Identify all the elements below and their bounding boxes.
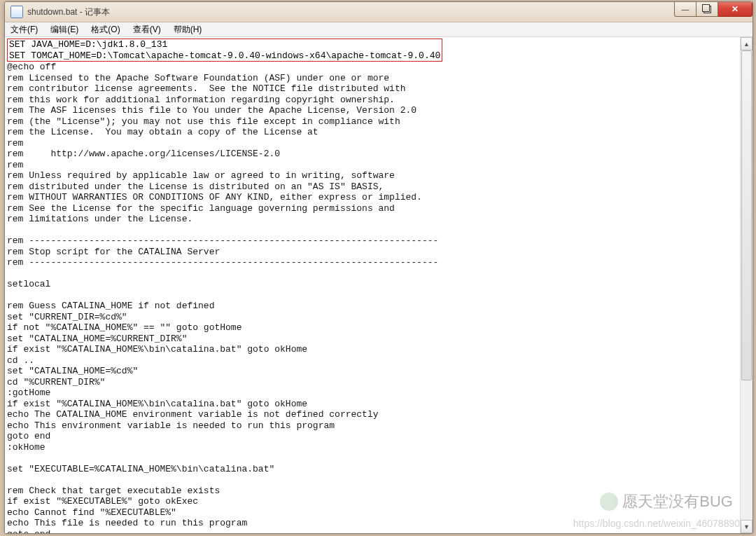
window-title: shutdown.bat - 记事本 xyxy=(27,6,674,18)
app-icon xyxy=(10,6,23,18)
restore-icon xyxy=(704,6,711,13)
maximize-button[interactable] xyxy=(696,2,718,17)
scroll-thumb[interactable] xyxy=(741,50,752,380)
scroll-track[interactable] xyxy=(741,50,752,520)
menu-format[interactable]: 格式(O) xyxy=(88,23,122,36)
menu-edit[interactable]: 编辑(E) xyxy=(48,23,81,36)
scroll-up-button[interactable]: ▲ xyxy=(741,37,752,50)
menu-help[interactable]: 帮助(H) xyxy=(171,23,205,36)
menu-view[interactable]: 查看(V) xyxy=(130,23,164,36)
minimize-icon: — xyxy=(682,5,690,13)
text-editor[interactable]: SET JAVA_HOME=D:\jdk1.8.0_131 SET TOMCAT… xyxy=(5,37,740,533)
vertical-scrollbar[interactable]: ▲ ▼ xyxy=(740,37,752,533)
client-area: SET JAVA_HOME=D:\jdk1.8.0_131 SET TOMCAT… xyxy=(5,37,752,533)
menu-file[interactable]: 文件(F) xyxy=(8,23,41,36)
close-button[interactable]: ✕ xyxy=(718,2,752,17)
window-controls: — ✕ xyxy=(674,2,752,22)
minimize-button[interactable]: — xyxy=(674,2,696,17)
title-bar[interactable]: shutdown.bat - 记事本 — ✕ xyxy=(5,2,752,22)
scroll-down-button[interactable]: ▼ xyxy=(741,520,752,533)
highlighted-lines: SET JAVA_HOME=D:\jdk1.8.0_131 SET TOMCAT… xyxy=(7,39,442,62)
chevron-up-icon: ▲ xyxy=(743,41,750,48)
chevron-down-icon: ▼ xyxy=(743,523,750,530)
menu-bar: 文件(F) 编辑(E) 格式(O) 查看(V) 帮助(H) xyxy=(5,22,752,37)
editor-body: @echo off rem Licensed to the Apache Sof… xyxy=(7,62,438,533)
close-icon: ✕ xyxy=(732,4,738,14)
notepad-window: shutdown.bat - 记事本 — ✕ 文件(F) 编辑(E) 格式(O)… xyxy=(4,1,753,534)
